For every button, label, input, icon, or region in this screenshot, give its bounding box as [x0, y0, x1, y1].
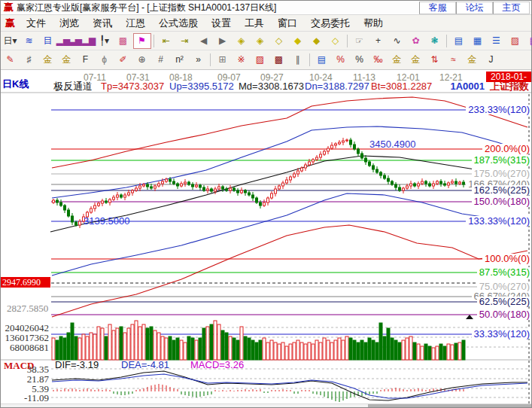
candle-body — [316, 157, 318, 160]
volume-bar — [353, 340, 356, 360]
volume-bar — [259, 340, 262, 360]
horizontal-scrollbar-thumb[interactable] — [368, 404, 531, 407]
volume-bar — [398, 343, 401, 360]
horizontal-scrollbar — [1, 404, 531, 407]
candle-body — [342, 141, 345, 142]
volume-bar — [225, 333, 228, 360]
volume-bar — [67, 333, 70, 360]
candle-body — [331, 145, 333, 148]
candle-body — [459, 182, 461, 184]
volume-bar — [59, 336, 62, 360]
gann-level-label-3: 175.0%(270) — [472, 169, 530, 178]
volume-bar — [330, 343, 333, 360]
candle-body — [271, 193, 273, 198]
volume-bar — [105, 336, 108, 360]
candle-body — [376, 169, 378, 172]
candle-body — [372, 166, 375, 169]
chart-canvas[interactable] — [1, 1, 531, 407]
candle-body — [143, 184, 145, 186]
candle-body — [245, 190, 247, 193]
candle-body — [154, 186, 157, 188]
volume-bar — [169, 336, 172, 360]
candle-body — [90, 209, 93, 212]
candle-body — [403, 188, 405, 190]
volume-bar — [319, 343, 322, 360]
volume-bar — [240, 327, 243, 360]
candle-body — [275, 189, 277, 193]
volume-bar — [296, 340, 299, 360]
candle-body — [233, 188, 236, 190]
candle-body — [241, 190, 243, 193]
volume-bar — [63, 338, 66, 360]
volume-bar — [255, 343, 258, 360]
volume-bar — [229, 336, 232, 360]
volume-bar — [157, 333, 160, 360]
param-tp: Tp=3473.3037 — [101, 81, 164, 92]
dea-value: DEA=-4.81 — [121, 360, 169, 370]
candle-body — [357, 149, 360, 154]
candle-body — [177, 184, 179, 186]
candle-body — [369, 162, 371, 166]
volume-bar — [323, 338, 326, 360]
volume-axis-value-2: 68008681 — [1, 343, 49, 352]
candle-body — [350, 140, 352, 145]
candle-body — [135, 188, 138, 190]
candle-body — [147, 184, 149, 187]
volume-bar — [172, 340, 175, 360]
volume-bar — [127, 328, 130, 360]
candle-body — [448, 183, 450, 185]
candle-body — [327, 148, 330, 151]
candle-body — [320, 154, 322, 157]
candle-body — [395, 184, 397, 187]
volume-bar — [108, 324, 111, 360]
candle-body — [256, 198, 258, 202]
gann-level-label-14: 33.33%(120) — [472, 329, 530, 339]
volume-bar — [368, 338, 371, 360]
volume-bar — [372, 340, 375, 360]
volume-bar — [120, 327, 123, 360]
volume-bar — [304, 344, 307, 360]
candle-body — [64, 206, 66, 210]
candle-body — [117, 195, 119, 197]
indicator-title: 极反通道 — [53, 81, 93, 92]
volume-bar — [116, 328, 119, 360]
volume-bar — [142, 324, 145, 360]
volume-bar — [270, 340, 273, 360]
candle-body — [75, 222, 78, 225]
volume-bar — [417, 344, 420, 360]
symbol-name: 上证指数 — [490, 81, 529, 92]
gann-level-label-9: 87.5%(315) — [477, 267, 530, 277]
volume-bar — [308, 343, 311, 360]
candle-body — [252, 195, 254, 198]
volume-bar — [293, 343, 296, 360]
volume-bar — [206, 327, 209, 360]
volume-bar — [217, 324, 220, 360]
candle-body — [339, 142, 341, 144]
volume-bar — [394, 340, 397, 360]
candle-body — [260, 202, 262, 206]
volume-bar — [263, 338, 266, 360]
candle-body — [312, 160, 315, 162]
volume-bar — [387, 328, 390, 360]
candle-body — [128, 193, 130, 195]
candle-body — [391, 181, 394, 184]
candle-body — [455, 181, 458, 184]
candle-body — [380, 172, 382, 175]
candle-body — [214, 189, 217, 191]
volume-bar — [409, 336, 412, 360]
volume-bar — [199, 338, 202, 360]
candle-body — [418, 184, 420, 186]
volume-bar — [180, 340, 183, 360]
volume-bar — [90, 333, 93, 360]
candle-body — [365, 158, 367, 162]
volume-bar — [458, 343, 461, 360]
param-md: Md=3308.1673 — [239, 81, 304, 92]
volume-bar — [391, 338, 394, 360]
volume-bar — [312, 344, 315, 360]
volume-bar — [131, 324, 134, 360]
candle-body — [410, 184, 412, 186]
candle-body — [436, 181, 439, 184]
volume-bar — [383, 336, 386, 360]
volume-bar — [82, 334, 85, 360]
volume-bar — [165, 338, 168, 360]
